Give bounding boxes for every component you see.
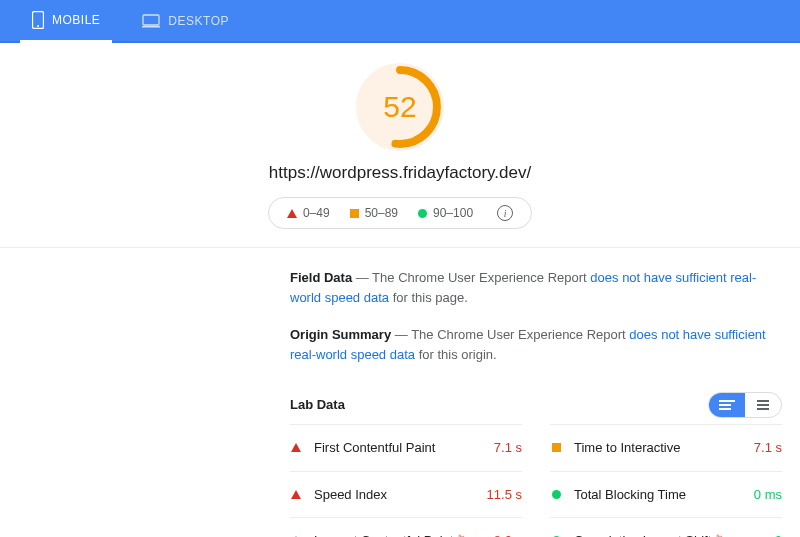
view-toggle-graph[interactable] [709, 393, 745, 417]
legend-poor: 0–49 [287, 206, 330, 220]
view-toggle-list[interactable] [745, 393, 781, 417]
legend-average: 50–89 [350, 206, 398, 220]
bookmark-icon: 🔖 [457, 532, 472, 537]
metric-tbt[interactable]: Total Blocking Time 0 ms [550, 471, 782, 518]
metric-name: First Contentful Paint [314, 438, 494, 458]
square-icon [350, 209, 359, 218]
field-data-label: Field Data [290, 270, 352, 285]
legend-good: 90–100 [418, 206, 473, 220]
metric-value: 8.0 s [494, 531, 522, 537]
field-data-section: Field Data — The Chrome User Experience … [290, 268, 782, 307]
mobile-icon [32, 11, 44, 29]
origin-summary-label: Origin Summary [290, 327, 391, 342]
device-tabs: MOBILE DESKTOP [0, 0, 800, 43]
score-legend: 0–49 50–89 90–100 i [268, 197, 532, 229]
metric-name: Total Blocking Time [574, 485, 754, 505]
metric-value: 11.5 s [487, 485, 522, 505]
metric-speed-index[interactable]: Speed Index 11.5 s [290, 471, 522, 518]
metrics-grid: First Contentful Paint 7.1 s Speed Index… [290, 424, 782, 537]
svg-point-1 [37, 25, 39, 27]
score-gauge: 52 [356, 63, 444, 151]
desktop-icon [142, 14, 160, 28]
metric-cls[interactable]: Cumulative Layout Shift🔖 0 [550, 517, 782, 537]
metric-name: Time to Interactive [574, 438, 754, 458]
triangle-icon [287, 209, 297, 218]
circle-icon [418, 209, 427, 218]
score-section: 52 https://wordpress.fridayfactory.dev/ … [0, 43, 800, 247]
metric-name: Cumulative Layout Shift🔖 [574, 531, 775, 537]
lab-data-header: Lab Data [290, 392, 782, 418]
metric-fcp[interactable]: First Contentful Paint 7.1 s [290, 424, 522, 471]
triangle-icon [290, 443, 302, 452]
tab-desktop[interactable]: DESKTOP [130, 0, 241, 41]
square-icon [550, 443, 562, 452]
tab-desktop-label: DESKTOP [168, 14, 229, 28]
metric-lcp[interactable]: Largest Contentful Paint🔖 8.0 s [290, 517, 522, 537]
metric-value: 7.1 s [494, 438, 522, 458]
tested-url: https://wordpress.fridayfactory.dev/ [0, 163, 800, 183]
metric-name: Speed Index [314, 485, 487, 505]
bars-icon [719, 400, 735, 410]
origin-summary-section: Origin Summary — The Chrome User Experie… [290, 325, 782, 364]
metric-tti[interactable]: Time to Interactive 7.1 s [550, 424, 782, 471]
report-body: Field Data — The Chrome User Experience … [0, 248, 800, 537]
view-toggle [708, 392, 782, 418]
bookmark-icon: 🔖 [715, 532, 730, 537]
lab-data-label: Lab Data [290, 395, 345, 415]
circle-icon [550, 490, 562, 499]
metric-value: 0 ms [754, 485, 782, 505]
metric-name: Largest Contentful Paint🔖 [314, 531, 494, 537]
info-icon[interactable]: i [497, 205, 513, 221]
triangle-icon [290, 490, 302, 499]
list-icon [757, 400, 769, 410]
metric-value: 7.1 s [754, 438, 782, 458]
tab-mobile-label: MOBILE [52, 13, 100, 27]
svg-rect-3 [142, 26, 160, 28]
tab-mobile[interactable]: MOBILE [20, 0, 112, 43]
metric-value: 0 [775, 531, 782, 537]
score-value: 52 [356, 63, 444, 151]
svg-rect-2 [143, 15, 159, 25]
